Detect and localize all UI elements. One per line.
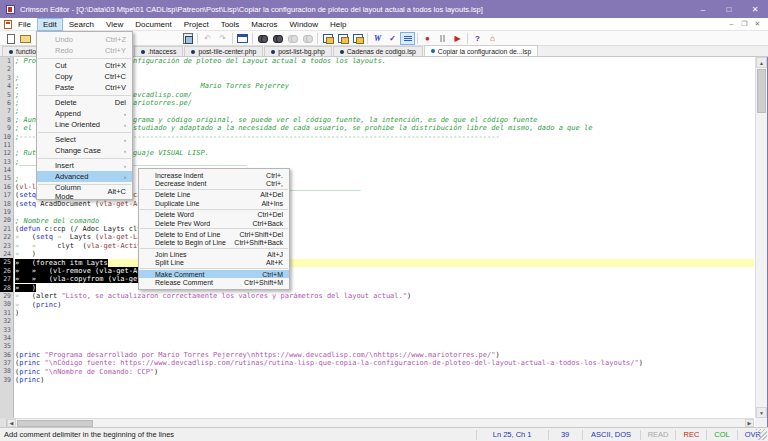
menubar-item-project[interactable]: Project xyxy=(179,19,214,30)
window-cascade-icon[interactable] xyxy=(335,32,350,45)
code-line[interactable] xyxy=(15,343,754,351)
menu-item-paste[interactable]: PasteCtrl+V xyxy=(37,82,132,93)
menu-item-line-oriented[interactable]: Line Oriented› xyxy=(37,119,132,130)
resize-grip[interactable] xyxy=(756,429,767,440)
tab-post-list-bg-php[interactable]: post-list-bg.php xyxy=(264,46,331,56)
code-line[interactable]: ) xyxy=(15,309,754,317)
open-folder-icon[interactable] xyxy=(18,32,33,45)
find-next-icon[interactable] xyxy=(300,32,315,45)
play-macro-icon[interactable]: ▶ xyxy=(450,32,465,45)
line-numbers-icon[interactable] xyxy=(400,32,415,45)
code-line[interactable] xyxy=(15,326,754,334)
submenu-item-split-line[interactable]: Split LineAlt+K xyxy=(139,259,289,267)
code-line[interactable]: » » (vla-copyfrom (vla-get-ActiveLayout … xyxy=(15,275,754,283)
code-line[interactable]: (defun c:ccp (/ Adoc Layts clyt) xyxy=(15,225,754,233)
submenu-item-release-comment[interactable]: Release CommentCtrl+Shift+M xyxy=(139,278,289,286)
code-line[interactable] xyxy=(15,334,754,342)
scroll-down-icon[interactable]: ▼ xyxy=(756,407,767,418)
word-wrap-icon[interactable]: W xyxy=(370,32,385,45)
code-line[interactable]: (princ) xyxy=(15,376,754,384)
menubar-item-edit[interactable]: Edit xyxy=(38,19,62,30)
horizontal-scroll-thumb[interactable] xyxy=(17,420,93,427)
menubar-item-macros[interactable]: Macros xyxy=(246,19,282,30)
tab-cadenas-de-codigo-lsp[interactable]: Cadenas de codigo.lsp xyxy=(333,46,423,56)
maximize-button[interactable]: □ xyxy=(716,0,742,18)
window-arrange-icon[interactable] xyxy=(350,32,365,45)
scroll-left-icon[interactable]: ◀ xyxy=(7,419,16,427)
tab-post-tile-center-php[interactable]: post-tile-center.php xyxy=(184,46,263,56)
menu-item-delete[interactable]: DeleteDel xyxy=(37,97,132,108)
code-line[interactable]: » (princ) xyxy=(15,301,754,309)
splitter-box[interactable] xyxy=(0,419,7,427)
menu-item-change-case[interactable]: Change Case› xyxy=(37,145,132,156)
menu-item-select[interactable]: Select› xyxy=(37,134,132,145)
menu-item-copy[interactable]: CopyCtrl+C xyxy=(37,71,132,82)
menubar-item-window[interactable]: Window xyxy=(285,19,323,30)
code-line[interactable]: » ) xyxy=(15,250,754,258)
scroll-up-icon[interactable]: ▲ xyxy=(756,57,767,68)
submenu-item-delete-to-begin-of-line[interactable]: Delete to Begin of LineCtrl+Shift+Back xyxy=(139,239,289,247)
menubar-item-view[interactable]: View xyxy=(101,19,128,30)
menu-item-append[interactable]: Append› xyxy=(37,108,132,119)
submenu-item-delete-to-end-of-line[interactable]: Delete to End of LineCtrl+Shift+Del xyxy=(139,230,289,238)
pause-macro-icon[interactable] xyxy=(435,32,450,45)
submenu-item-duplicate-line[interactable]: Duplicate LineAlt+Ins xyxy=(139,199,289,207)
code-line[interactable]: (princ "\nNombre de Comando: CCP") xyxy=(15,368,754,376)
new-file-icon[interactable] xyxy=(3,32,18,45)
mdi-restore-icon[interactable]: ❐ xyxy=(738,20,751,28)
menu-item-advanced[interactable]: Advanced› xyxy=(37,171,132,182)
help-icon[interactable]: ? xyxy=(470,32,485,45)
close-button[interactable]: ✕ xyxy=(742,0,768,18)
menu-item-column-mode[interactable]: Column ModeAlt+C xyxy=(37,186,132,197)
horizontal-scrollbar[interactable]: ◀ ▶ xyxy=(0,418,754,427)
menubar-item-search[interactable]: Search xyxy=(64,19,99,30)
home-icon[interactable]: ⌂ xyxy=(485,32,500,45)
menubar-item-file[interactable]: File xyxy=(13,19,36,30)
undo-icon[interactable]: ↶ xyxy=(200,32,215,45)
menubar-item-help[interactable]: Help xyxy=(325,19,351,30)
terminal-icon[interactable] xyxy=(235,32,250,45)
menu-item-label: Copy xyxy=(55,72,73,81)
submenu-item-delete-word[interactable]: Delete WordCtrl+Del xyxy=(139,211,289,219)
submenu-item-decrease-indent[interactable]: Decrease IndentCtrl+, xyxy=(139,179,289,187)
mdi-minimize-icon[interactable]: – xyxy=(725,20,738,28)
code-line[interactable]: » » (vl-remove (vla-get-ActiveLayout Ado… xyxy=(15,267,754,275)
mdi-close-icon[interactable]: ✕ xyxy=(751,20,764,28)
code-line[interactable]: (setq AcadDocument (vla-get-ActiveDocume… xyxy=(15,200,754,208)
code-line[interactable] xyxy=(15,317,754,325)
code-line[interactable]: » ) xyxy=(15,284,754,292)
find-in-files-icon[interactable] xyxy=(270,32,285,45)
menu-item-cut[interactable]: CutCtrl+X xyxy=(37,60,132,71)
scroll-right-icon[interactable]: ▶ xyxy=(745,419,754,427)
submenu-item-increase-indent[interactable]: Increase IndentCtrl+. xyxy=(139,171,289,179)
find-prev-icon[interactable] xyxy=(285,32,300,45)
submenu-item-delete-line[interactable]: Delete LineAlt+Del xyxy=(139,191,289,199)
vertical-scrollbar[interactable]: ▲ ▼ xyxy=(755,57,767,418)
code-line[interactable]: » (setq » Layts (vla-get-Layouts Adoc) xyxy=(15,233,754,241)
submenu-item-make-comment[interactable]: Make CommentCtrl+M xyxy=(139,270,289,278)
menu-item-insert[interactable]: Insert› xyxy=(37,160,132,171)
paste-icon[interactable] xyxy=(180,32,195,45)
menu-item-redo[interactable]: RedoCtrl+Y xyxy=(37,45,132,56)
window-tile-icon[interactable] xyxy=(320,32,335,45)
code-line[interactable]: (princ "\nCódigo fuente: https://www.dev… xyxy=(15,359,754,367)
code-line[interactable]: » (foreach itm Layts xyxy=(15,259,754,267)
code-line[interactable]: (princ "Programa desarrollado por Mario … xyxy=(15,351,754,359)
code-line[interactable]: » » clyt (vla-get-ActiveLayout Adoc)) xyxy=(15,242,754,250)
tab-copiar-la-configuracion-de-lsp[interactable]: Copiar la configuracion de...lsp xyxy=(424,45,538,56)
menubar-item-document[interactable]: Document xyxy=(130,19,176,30)
tab--htaccess[interactable]: .htaccess xyxy=(134,46,184,56)
submenu-item-delete-prev-word[interactable]: Delete Prev WordCtrl+Back xyxy=(139,219,289,227)
find-icon[interactable] xyxy=(255,32,270,45)
vertical-scroll-thumb[interactable] xyxy=(757,69,766,113)
spell-check-icon[interactable]: ✓ xyxy=(385,32,400,45)
code-line[interactable]: ; Nombre del comando xyxy=(15,217,754,225)
menu-item-undo[interactable]: UndoCtrl+Z xyxy=(37,34,132,45)
redo-icon[interactable]: ↷ xyxy=(215,32,230,45)
code-line[interactable] xyxy=(15,208,754,216)
menubar-item-tools[interactable]: Tools xyxy=(216,19,245,30)
record-macro-icon[interactable]: ● xyxy=(420,32,435,45)
submenu-item-join-lines[interactable]: Join LinesAlt+J xyxy=(139,250,289,258)
code-line[interactable]: » (alert "Listo, se actualizaron correct… xyxy=(15,292,754,300)
minimize-button[interactable]: – xyxy=(690,0,716,18)
